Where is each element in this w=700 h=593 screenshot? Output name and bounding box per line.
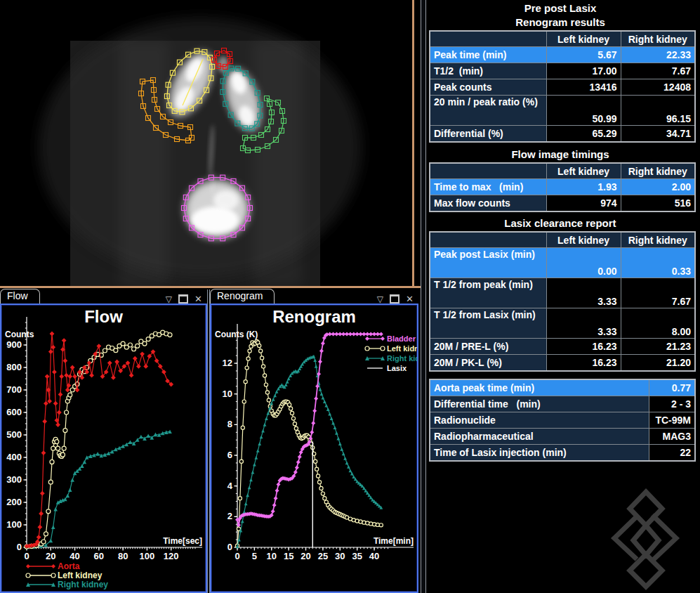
table-row-20m-pk-l[interactable]: 20M / PK-L (%) 16.23 21.20	[430, 355, 695, 372]
image-panel-right-frame	[412, 0, 414, 288]
lasix-clearance-table: Left kidney Right kidney Peak post Lasix…	[429, 231, 696, 372]
collapse-icon[interactable]: ▽	[166, 295, 172, 304]
renogram-results-table: Left kidney Right kidney Peak time (min)…	[429, 30, 696, 143]
svg-text:Left kidney: Left kidney	[58, 571, 103, 580]
collapse-icon[interactable]: ▽	[377, 295, 383, 304]
renogram-series-bladder	[235, 332, 383, 528]
svg-text:6: 6	[227, 450, 232, 460]
right-kidney-value: 12408	[621, 79, 695, 96]
table-row-radiopharmaceutical[interactable]: Radiopharmaceutical MAG3	[430, 429, 695, 445]
svg-text:100: 100	[6, 519, 22, 530]
table-row-lasix-injection-time[interactable]: Time of Lasix injection (min) 22	[430, 445, 695, 462]
flow-ylabel: Counts	[5, 330, 34, 339]
left-kidney-value: 1.93	[546, 179, 621, 195]
column-header-right-kidney: Right kidney	[621, 232, 695, 248]
right-kidney-value: 8.00	[621, 308, 695, 339]
renogram-results-title: Renogram results	[426, 16, 694, 28]
row-label: Radiopharmaceutical	[430, 429, 649, 445]
tab-flow[interactable]: Flow	[0, 289, 40, 304]
scintigraphy-image-panel[interactable]	[0, 0, 412, 286]
table-row-peak-post-lasix[interactable]: Peak post Lasix (min) 0.00 0.33	[430, 248, 695, 278]
table-row-peak-time[interactable]: Peak time (min) 5.67 22.33	[430, 47, 695, 63]
row-label: Differential time (min)	[430, 396, 649, 412]
table-row-20m-pre-l[interactable]: 20M / PRE-L (%) 16.23 21.23	[430, 339, 695, 355]
row-label: Differential (%)	[430, 126, 546, 143]
svg-text:4: 4	[227, 481, 233, 491]
svg-text:0: 0	[24, 551, 29, 561]
header-row: Left kidney Right kidney	[430, 31, 695, 47]
svg-text:20: 20	[46, 551, 55, 561]
svg-text:Aorta: Aorta	[58, 561, 80, 571]
flow-series-aorta	[25, 332, 174, 549]
row-value: 22	[649, 445, 695, 462]
right-kidney-value: 21.23	[621, 339, 695, 355]
maximize-icon[interactable]	[390, 294, 399, 304]
right-kidney-value: 34.71	[621, 126, 695, 143]
flow-series-left-kidney	[25, 330, 172, 549]
table-row-t-half[interactable]: T1/2 (min) 17.00 7.67	[430, 63, 695, 79]
table-row-time-to-max[interactable]: Time to max (min) 1.93 2.00	[430, 179, 695, 195]
table-row-20min-peak-ratio[interactable]: 20 min / peak ratio (%) 50.99 96.15	[430, 96, 695, 126]
renogram-xlabel: Time[min]	[374, 536, 414, 546]
row-label: 20 min / peak ratio (%)	[430, 96, 546, 126]
right-kidney-value: 0.33	[621, 248, 695, 278]
renogram-chart: RenogramCounts (K)0510152025303540024681…	[211, 305, 417, 590]
table-row-thalf-from-lasix[interactable]: T 1/2 from Lasix (min) 3.33 8.00	[430, 308, 695, 339]
column-header-blank	[430, 163, 546, 179]
table-row-peak-counts[interactable]: Peak counts 13416 12408	[430, 79, 695, 96]
column-header-blank	[430, 31, 546, 47]
row-label: Peak time (min)	[430, 47, 546, 63]
right-kidney-value: 7.67	[621, 278, 695, 308]
svg-text:40: 40	[70, 551, 79, 561]
svg-text:5: 5	[252, 551, 257, 561]
row-label: T1/2 (min)	[430, 63, 546, 79]
row-label: 20M / PK-L (%)	[430, 355, 546, 372]
svg-text:12: 12	[223, 358, 232, 368]
column-header-left-kidney: Left kidney	[546, 163, 621, 179]
left-kidney-value: 5.67	[546, 47, 621, 63]
svg-text:700: 700	[6, 384, 22, 395]
svg-text:8: 8	[227, 419, 232, 429]
svg-text:2: 2	[227, 511, 232, 521]
renogram-chart-area: RenogramCounts (K)0510152025303540024681…	[210, 304, 418, 593]
row-label: Peak post Lasix (min)	[430, 248, 546, 278]
table-row-max-flow-counts[interactable]: Max flow counts 974 516	[430, 195, 695, 212]
row-label: T 1/2 from peak (min)	[430, 278, 546, 308]
close-icon[interactable]: ✕	[194, 294, 202, 304]
maximize-icon[interactable]	[178, 294, 188, 304]
flow-xlabel: Time[sec]	[163, 536, 202, 546]
close-icon[interactable]: ✕	[406, 294, 414, 304]
lasix-clearance-title: Lasix clearance report	[426, 217, 694, 229]
svg-text:Left kidney: Left kidney	[387, 344, 417, 353]
vendor-logo	[607, 487, 686, 591]
table-row-differential[interactable]: Differential (%) 65.29 34.71	[430, 126, 695, 143]
svg-text:10: 10	[267, 551, 277, 561]
main-vertical-splitter[interactable]	[421, 0, 426, 593]
left-kidney-value: 50.99	[546, 96, 621, 126]
table-row-aorta-peak-time[interactable]: Aorta peak time (min) 0.77	[430, 379, 695, 396]
left-kidney-value: 3.33	[546, 308, 621, 339]
row-label: T 1/2 from Lasix (min)	[430, 308, 546, 339]
table-row-differential-time[interactable]: Differential time (min) 2 - 3	[430, 396, 695, 412]
flow-chart: FlowCounts020406080100120010020030040050…	[1, 305, 206, 590]
flow-series-right-kidney	[25, 429, 172, 549]
row-label: Radionuclide	[430, 412, 649, 429]
svg-text:35: 35	[352, 551, 362, 561]
table-row-radionuclide[interactable]: Radionuclide TC-99M	[430, 412, 695, 429]
flow-image-timings-title: Flow image timings	[426, 148, 694, 160]
renogram-title: Renogram	[272, 307, 356, 326]
svg-text:0: 0	[17, 542, 22, 552]
table-row-thalf-from-peak[interactable]: T 1/2 from peak (min) 3.33 7.67	[430, 278, 695, 308]
study-title: Pre post Lasix	[426, 2, 694, 14]
row-value: 2 - 3	[649, 396, 695, 412]
svg-text:200: 200	[6, 497, 22, 507]
scintigraphy-image[interactable]	[0, 0, 412, 286]
row-label: Aorta peak time (min)	[430, 379, 649, 396]
tab-renogram[interactable]: Renogram	[210, 289, 275, 304]
column-header-right-kidney: Right kidney	[621, 163, 695, 179]
row-label: Peak counts	[430, 79, 546, 96]
row-value: 0.77	[649, 379, 695, 396]
row-label: 20M / PRE-L (%)	[430, 339, 546, 355]
left-kidney-value: 16.23	[546, 339, 621, 355]
svg-text:60: 60	[94, 551, 104, 561]
